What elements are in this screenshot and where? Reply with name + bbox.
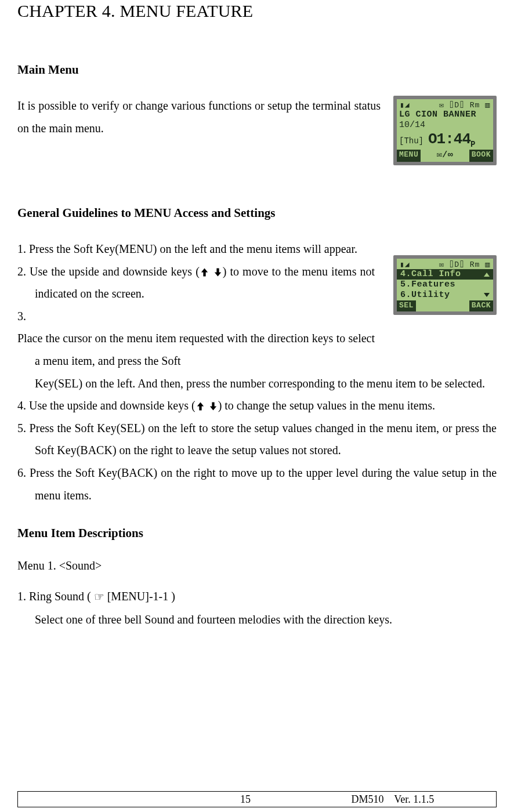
arrow-up-bold-icon <box>200 267 209 277</box>
list-item: Press the Soft Key(BACK) on the right to… <box>17 462 497 506</box>
lcd-status-icons: ✉ ⌷D⌷ Rm ▥ <box>439 260 490 269</box>
lcd-date: 10/14 <box>399 120 491 130</box>
list-item: Place the cursor on the menu item reques… <box>17 305 497 394</box>
arrow-up-icon <box>484 273 490 277</box>
lcd-menu-item-selected: 4.Call Info <box>397 269 493 280</box>
heading-guidelines: General Guidelines to MENU Access and Se… <box>17 206 497 220</box>
lcd-signal-icon: ▮◢ <box>400 101 410 110</box>
arrow-up-bold-icon <box>196 401 205 411</box>
lcd-screenshot-home: ▮◢ ✉ ⌷D⌷ Rm ▥ LG CION BANNER 10/14 [Thu]… <box>393 96 497 165</box>
pointing-hand-icon: ☞ <box>94 586 104 608</box>
doc-version: DM510 Ver. 1.1.5 <box>266 793 496 806</box>
page-number: 15 <box>225 793 266 806</box>
lcd-time: O1:44P <box>428 130 475 150</box>
lcd-status-icons: ✉ ⌷D⌷ Rm ▥ <box>439 101 490 110</box>
lcd-softkey-book: BOOK <box>469 150 493 162</box>
heading-descriptions: Menu Item Descriptions <box>17 526 497 541</box>
lcd-day: [Thu] <box>399 136 423 146</box>
list-item: Use the upside and downside keys ( ) to … <box>17 394 497 417</box>
arrow-down-bold-icon <box>213 267 223 277</box>
arrow-down-icon <box>484 293 490 297</box>
menu-1-label: Menu 1. <Sound> <box>17 559 497 572</box>
lcd-menu-item: 5.Features <box>399 280 491 290</box>
chapter-title: CHAPTER 4. MENU FEATURE <box>17 1 497 21</box>
ring-sound-description: Select one of three bell Sound and fourt… <box>35 608 497 631</box>
page-footer: 15 DM510 Ver. 1.1.5 <box>17 791 497 807</box>
lcd-banner: LG CION BANNER <box>399 110 491 120</box>
ring-sound-title: 1. Ring Sound ( ☞ [MENU]-1-1 ) <box>17 585 497 608</box>
lcd-softkey-menu: MENU <box>397 150 421 162</box>
lcd-menu-item: 6.Utility <box>399 290 491 300</box>
list-item: Press the Soft Key(SEL) on the left to s… <box>17 417 497 462</box>
arrow-down-bold-icon <box>208 401 218 411</box>
lcd-softkey-mail-icon: ✉/∞ <box>435 150 456 162</box>
lcd-softkey-back: BACK <box>469 300 493 311</box>
lcd-softkey-sel: SEL <box>397 300 416 311</box>
lcd-screenshot-menu: ▮◢ ✉ ⌷D⌷ Rm ▥ 4.Call Info 5.Features 6.U… <box>393 255 497 315</box>
main-menu-text: It is possible to verify or change vario… <box>17 95 381 140</box>
heading-main-menu: Main Menu <box>17 63 497 77</box>
lcd-signal-icon: ▮◢ <box>400 260 410 269</box>
